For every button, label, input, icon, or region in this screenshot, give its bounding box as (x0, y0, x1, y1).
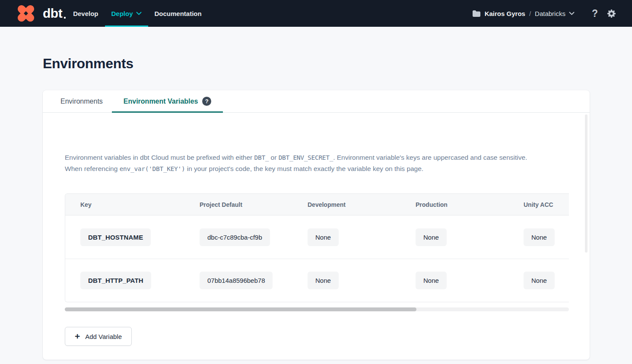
code-snippet: DBT_ (254, 154, 269, 161)
code-snippet: DBT_ENV_SECRET_ (279, 154, 333, 161)
variable-key-pill[interactable]: DBT_HOSTNAME (80, 228, 151, 246)
column-header-unity-acc: Unity ACC (508, 201, 569, 208)
column-header-key: Key (65, 201, 184, 208)
nav-develop[interactable]: Develop (67, 0, 105, 27)
variable-key-pill[interactable]: DBT_HTTP_PATH (80, 272, 151, 289)
chevron-down-icon (136, 12, 142, 15)
help-circle-icon[interactable]: ? (202, 97, 211, 106)
page-content: Environments Environments Environment Va… (0, 27, 632, 360)
variable-value-pill[interactable]: 07bb14a8596beb78 (200, 272, 273, 289)
add-variable-button[interactable]: + Add Variable (65, 327, 132, 346)
horizontal-scrollbar-track[interactable] (65, 307, 569, 311)
environments-card: Environments Environment Variables ? Env… (43, 90, 590, 360)
column-header-development: Development (292, 201, 400, 208)
navbar-right: Kairos Gyros / Databricks ? (472, 0, 616, 27)
top-navbar: dbt Develop Deploy Documentation Kairos … (0, 0, 632, 27)
environment-name: Databricks (535, 10, 565, 17)
column-header-production: Production (400, 201, 508, 208)
nav-deploy[interactable]: Deploy (105, 0, 148, 27)
variable-value-pill[interactable]: None (416, 272, 447, 289)
vertical-scrollbar-thumb[interactable] (585, 114, 588, 253)
variable-value-pill[interactable]: None (308, 272, 339, 289)
variable-value-pill[interactable]: None (308, 228, 339, 246)
table-row: DBT_HTTP_PATH 07bb14a8596beb78 None None… (65, 259, 569, 302)
project-switcher[interactable]: Kairos Gyros / Databricks (472, 10, 575, 17)
tab-bar: Environments Environment Variables ? (43, 90, 590, 113)
column-header-project-default: Project Default (184, 201, 292, 208)
folder-icon (472, 10, 481, 17)
variable-value-pill[interactable]: dbc-c7c89cba-cf9b (200, 228, 270, 246)
breadcrumb-separator: / (529, 10, 531, 17)
code-snippet: env_var('DBT_KEY') (120, 165, 185, 172)
dbt-logo[interactable]: dbt (13, 0, 66, 27)
table-row: DBT_HOSTNAME dbc-c7c89cba-cf9b None None… (65, 215, 569, 259)
horizontal-scrollbar-thumb[interactable] (65, 307, 416, 311)
tab-environments[interactable]: Environments (51, 90, 112, 112)
help-icon[interactable]: ? (592, 9, 598, 19)
env-variables-table: Key Project Default Development Producti… (65, 193, 569, 302)
settings-gear-icon[interactable] (607, 9, 616, 19)
project-name: Kairos Gyros (485, 10, 525, 17)
tab-environment-variables[interactable]: Environment Variables ? (112, 90, 223, 112)
variable-value-pill[interactable]: None (416, 228, 447, 246)
brand-name: dbt (43, 6, 66, 21)
nav-documentation[interactable]: Documentation (148, 0, 208, 27)
chevron-down-icon (569, 12, 575, 15)
plus-icon: + (75, 332, 80, 341)
dbt-logo-icon (13, 4, 39, 23)
variable-value-pill[interactable]: None (524, 228, 555, 246)
description-text: Environment variables in dbt Cloud must … (65, 152, 570, 174)
variable-value-pill[interactable]: None (524, 272, 555, 289)
page-title: Environments (43, 55, 590, 72)
table-header-row: Key Project Default Development Producti… (65, 194, 569, 215)
primary-nav: Develop Deploy Documentation (67, 0, 208, 27)
